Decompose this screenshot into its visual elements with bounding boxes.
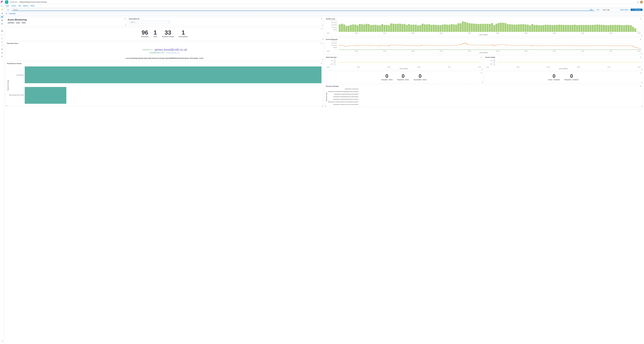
bar[interactable] [25, 66, 322, 83]
cloud-word[interactable]: trinity@matrix.com [150, 52, 164, 54]
panel-gear-icon[interactable]: ⚙ [640, 39, 641, 40]
svg-rect-95 [524, 24, 526, 32]
svg-rect-23 [363, 25, 365, 32]
panel-gear-icon[interactable]: ⚙ [480, 56, 482, 58]
activity-chart[interactable]: 050100150200250 [326, 20, 641, 32]
svg-rect-121 [583, 25, 585, 32]
stat: 0Succeeded - Alerts [414, 73, 426, 81]
access-chart[interactable]: 050100150200 [326, 41, 641, 50]
user-avatar[interactable] [640, 1, 643, 4]
svg-rect-58 [442, 25, 444, 32]
panel-gear-icon[interactable]: ⚙ [640, 56, 641, 58]
svg-rect-128 [598, 25, 600, 32]
filter-settings-icon[interactable]: ⚙ [6, 13, 7, 15]
add-filter-link[interactable]: + Add filter [8, 13, 16, 15]
panel-gear-icon[interactable]: ⚙ [321, 43, 322, 44]
search-box: KQL [12, 9, 595, 11]
panel-gear-icon[interactable]: ⚙ [321, 63, 322, 64]
link-overview[interactable]: Overview [8, 22, 14, 24]
show-dates-link[interactable]: Show dates [620, 9, 628, 11]
x-tick: 12:00 [581, 51, 584, 52]
nav-dashboard-icon[interactable]: ▦ [0, 15, 4, 19]
svg-rect-51 [426, 24, 428, 32]
nav-devtools-icon[interactable]: 🛠 [0, 48, 4, 51]
svg-rect-112 [562, 25, 564, 32]
azure-monitoring-title: Azure Monitoring [6, 17, 126, 22]
chevron-left-icon[interactable]: ‹ [642, 45, 642, 47]
svg-rect-36 [392, 24, 394, 32]
nav-visualize-icon[interactable]: 📊 [0, 11, 4, 15]
right-column: Activity Level ⚙ 050100150200250 18:0020… [325, 17, 642, 107]
nav-collapse-icon[interactable]: ⇥ [0, 339, 4, 343]
svg-rect-103 [542, 25, 544, 32]
cloud-word[interactable]: neo@matrix.com [142, 49, 153, 51]
nav-canvas-icon[interactable]: 🖼 [0, 19, 4, 22]
svg-rect-131 [605, 25, 607, 32]
action-cancel[interactable]: Cancel [11, 5, 16, 7]
x-tick: 00:00 [516, 66, 520, 68]
x-tick: 18:00 [327, 33, 330, 34]
panel-gear-icon[interactable]: ⚙ [640, 85, 641, 87]
nav-uptime-icon[interactable]: ↻ [0, 40, 4, 44]
stat-label: Resolved - Incidents [564, 79, 578, 81]
stat-label: Succeeded - Alerts [414, 79, 426, 81]
chevron-left-icon[interactable]: ‹ [642, 62, 642, 64]
kibana-logo-icon[interactable] [0, 0, 4, 4]
svg-rect-93 [520, 24, 522, 32]
word-cloud[interactable]: neo@matrix.com james.bond@mi6.co.uk trin… [6, 45, 323, 55]
date-range-picker[interactable]: Last 1 day Show dates [601, 9, 630, 11]
resource-type-label: MICROSOFT.STORAGE/STORAGEACCOUNTS [333, 99, 358, 100]
nav-stack-icon[interactable]: ❤ [0, 51, 4, 55]
action-add[interactable]: Add [18, 5, 21, 7]
action-save[interactable]: Save [6, 5, 9, 7]
nav-recent-icon[interactable]: 🕘 [0, 4, 4, 8]
nav-management-icon[interactable]: ⚙ [0, 55, 4, 58]
breadcrumb: Dashboard / Editing [Filebeat Azure] Clo… [10, 1, 47, 3]
alerts-chart[interactable]: -1-0.500.51 [326, 59, 482, 66]
nav-logs-icon[interactable]: 📄 [0, 33, 4, 37]
panel-gear-icon[interactable]: ⚙ [481, 72, 482, 74]
stat: 1Users [153, 30, 157, 38]
svg-rect-94 [522, 24, 524, 32]
nav-discover-icon[interactable]: 🧭 [0, 8, 4, 11]
svg-rect-85 [502, 23, 504, 32]
nav-siem-icon[interactable]: 🛡 [0, 44, 4, 48]
svg-rect-118 [576, 25, 578, 32]
x-tick: 20:00 [327, 66, 330, 68]
bar[interactable] [25, 87, 66, 104]
health-chart[interactable]: -1-0.500.51 [486, 59, 641, 66]
nav-infrastructure-icon[interactable]: 🏗 [0, 30, 4, 33]
nav-maps-icon[interactable]: 🗺 [0, 22, 4, 26]
stat-value: 96 [141, 30, 148, 36]
nav-apm-icon[interactable]: ⌬ [0, 37, 4, 40]
panel-gear-icon[interactable]: ⚙ [124, 18, 126, 20]
refresh-button[interactable]: ⟳ Refresh [630, 9, 642, 11]
link-alerts[interactable]: Alerts [22, 22, 26, 24]
svg-rect-113 [565, 25, 567, 32]
chevron-left-icon[interactable]: ‹ [482, 62, 482, 64]
breadcrumb-section[interactable]: Dashboard [10, 1, 18, 3]
cloud-word[interactable]: morpheus@matrix.com [166, 52, 180, 54]
y-axis-label: Resource Groups [7, 65, 9, 105]
action-share[interactable]: Share [30, 5, 34, 7]
action-options[interactable]: Options [23, 5, 28, 7]
svg-rect-88 [509, 24, 511, 32]
stat: 0Activated - Alerts [381, 73, 393, 81]
link-users[interactable]: Users [16, 22, 20, 24]
panel-service-health: Service Health ⚙ -1-0.500.51 20:0000:000… [484, 56, 642, 70]
search-input[interactable] [12, 9, 588, 11]
subscription-select[interactable]: Select... ▾ [129, 21, 170, 24]
nav-ml-icon[interactable]: ⛬ [0, 26, 4, 30]
cloud-word[interactable]: james.bond@mi6.co.uk [155, 48, 187, 52]
svg-rect-45 [413, 25, 414, 32]
date-quick-select[interactable]: 🗓 ▾ [596, 9, 600, 11]
kql-toggle[interactable]: KQL [588, 9, 594, 11]
panel-gear-icon[interactable]: ⚙ [321, 18, 322, 20]
panel-gear-icon[interactable]: ⚙ [321, 28, 322, 30]
saved-query-button[interactable]: # ▾ [6, 9, 11, 11]
news-icon[interactable]: ⊕ [637, 1, 638, 3]
panel-gear-icon[interactable]: ⚙ [640, 72, 642, 74]
svg-text:0.5: 0.5 [331, 60, 336, 61]
chevron-left-icon[interactable]: ‹ [642, 26, 642, 28]
panel-gear-icon[interactable]: ⚙ [640, 18, 641, 20]
